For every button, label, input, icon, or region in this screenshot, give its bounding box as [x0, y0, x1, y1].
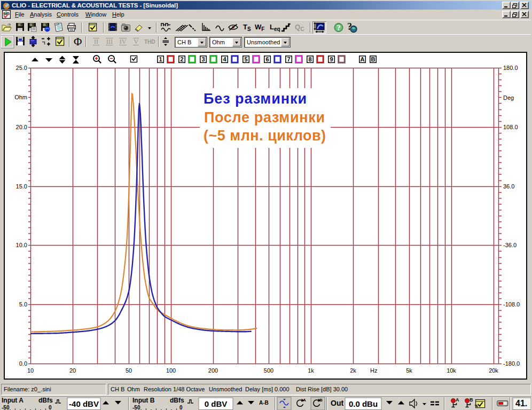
svg-text:Leq: Leq: [270, 23, 280, 32]
svg-text:III: III: [106, 38, 113, 45]
svg-text:II: II: [94, 38, 98, 45]
svg-text:5: 5: [244, 56, 247, 62]
svg-text:dBfs: dBfs: [170, 397, 184, 404]
svg-text:TS: TS: [243, 23, 251, 32]
svg-text:После разминки: После разминки: [204, 109, 325, 125]
svg-text:B: B: [470, 397, 473, 403]
svg-text:sin: sin: [3, 11, 10, 16]
svg-text:100: 100: [166, 367, 176, 374]
svg-text:THD: THD: [144, 39, 155, 45]
svg-text:WF: WF: [255, 23, 264, 32]
svg-text:200: 200: [208, 367, 218, 374]
svg-text:0: 0: [49, 405, 52, 410]
svg-text:-180.0: -180.0: [503, 360, 520, 367]
svg-text:-40 dBV: -40 dBV: [69, 399, 99, 408]
svg-text:50: 50: [126, 367, 132, 374]
svg-text:Ohm: Ohm: [14, 94, 27, 100]
svg-text:IV: IV: [120, 38, 127, 45]
svg-text:10k: 10k: [447, 367, 456, 374]
svg-text:Input B: Input B: [132, 397, 155, 404]
svg-text:Hz: Hz: [370, 367, 377, 374]
svg-text:V: V: [134, 38, 138, 45]
svg-text:0 dBV: 0 dBV: [205, 399, 228, 408]
svg-text:3: 3: [201, 56, 205, 62]
svg-text:dBfs: dBfs: [38, 397, 53, 404]
svg-text:20k: 20k: [489, 367, 498, 374]
svg-text:2: 2: [180, 56, 183, 62]
svg-text:1: 1: [159, 56, 162, 62]
svg-text:B: B: [371, 56, 375, 62]
svg-text:B: B: [319, 398, 323, 403]
svg-text:Input A: Input A: [2, 397, 24, 404]
svg-text:Без разминки: Без разминки: [204, 91, 307, 107]
svg-text:36.0: 36.0: [503, 183, 514, 190]
svg-text:-36.0: -36.0: [503, 242, 517, 248]
svg-text:Deg: Deg: [503, 94, 514, 101]
svg-text:20.0: 20.0: [16, 124, 27, 130]
svg-text:7: 7: [287, 56, 290, 62]
svg-text:9: 9: [330, 56, 333, 62]
svg-text:6: 6: [265, 56, 269, 62]
svg-text:25.0: 25.0: [16, 65, 27, 71]
svg-text:0: 0: [179, 405, 183, 410]
svg-text:(~5 млн. циклов): (~5 млн. циклов): [204, 128, 326, 144]
svg-text:Φ: Φ: [74, 35, 82, 48]
svg-text:-50: -50: [132, 405, 140, 410]
svg-text:180.0: 180.0: [503, 65, 518, 71]
svg-text:?: ?: [337, 24, 341, 32]
svg-text:-50: -50: [2, 405, 10, 410]
svg-text:QC: QC: [295, 23, 304, 32]
svg-text:15.0: 15.0: [16, 183, 27, 190]
svg-text:8: 8: [308, 56, 311, 62]
svg-text:Out: Out: [331, 399, 343, 407]
svg-text:0.0: 0.0: [19, 360, 27, 367]
svg-text:20: 20: [69, 367, 76, 374]
svg-text:0.0 dBu: 0.0 dBu: [349, 399, 378, 408]
svg-text:A: A: [456, 397, 459, 403]
svg-text:2k: 2k: [350, 367, 356, 374]
svg-text:A-B: A-B: [259, 400, 269, 406]
svg-text:5.0: 5.0: [19, 301, 27, 308]
svg-text:10.0: 10.0: [16, 242, 27, 248]
svg-text:5k: 5k: [406, 367, 412, 374]
svg-text:A: A: [361, 56, 365, 62]
svg-text:10: 10: [27, 367, 34, 374]
svg-text:A: A: [303, 398, 306, 403]
svg-text:500: 500: [264, 367, 273, 374]
svg-text:41.: 41.: [515, 399, 527, 408]
svg-text:1k: 1k: [308, 367, 314, 374]
svg-text:-108.0: -108.0: [503, 301, 520, 308]
svg-text:108.0: 108.0: [503, 124, 518, 130]
svg-text:4: 4: [223, 56, 226, 62]
